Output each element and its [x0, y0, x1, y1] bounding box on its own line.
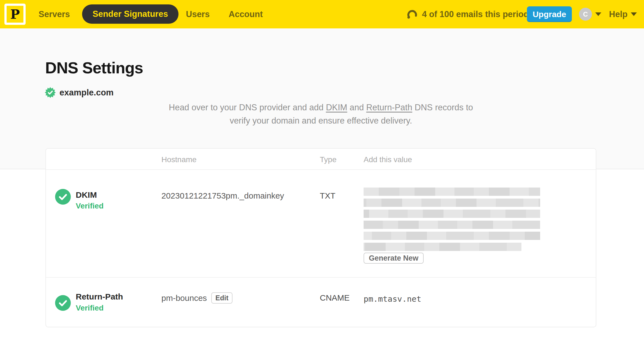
- redacted-value-line: [364, 232, 540, 240]
- redacted-value-line: [364, 188, 540, 196]
- redacted-value-line: [364, 210, 540, 218]
- record-name: Return-Path: [76, 292, 123, 301]
- nav-item-sender-signatures[interactable]: Sender Signatures: [82, 4, 178, 24]
- avatar: C: [579, 8, 592, 21]
- status-badge: Verified: [76, 202, 104, 210]
- redacted-dns-value: [364, 188, 540, 254]
- record-hostname: 20230121221753pm._domainkey: [161, 191, 284, 200]
- record-type: CNAME: [320, 293, 350, 303]
- page-title: DNS Settings: [45, 58, 143, 77]
- nav-item-users[interactable]: Users: [186, 0, 210, 28]
- top-navbar: P Servers Sender Signatures Users Accoun…: [0, 0, 644, 28]
- chevron-down-icon: [631, 12, 637, 16]
- redacted-value-line: [364, 199, 540, 207]
- edit-button[interactable]: Edit: [211, 292, 232, 304]
- redacted-value-line: [364, 243, 521, 251]
- account-menu[interactable]: C: [579, 8, 601, 21]
- verified-domain: example.com: [45, 87, 113, 98]
- record-hostname-group: pm-bounces Edit: [161, 292, 232, 304]
- table-row-return-path: Return-Path Verified pm-bounces Edit CNA…: [46, 277, 596, 327]
- verified-seal-icon: [45, 87, 56, 98]
- usage-text: 4 of 100 emails this period: [422, 9, 529, 19]
- table-row-dkim: DKIM Verified 20230121221753pm._domainke…: [46, 170, 596, 277]
- record-value: pm.mtasv.net: [364, 294, 421, 304]
- table-header: Hostname Type Add this value: [46, 149, 596, 170]
- domain-name: example.com: [59, 88, 113, 98]
- generate-new-button[interactable]: Generate New: [364, 253, 424, 264]
- return-path-link[interactable]: Return-Path: [366, 103, 412, 112]
- column-header-value: Add this value: [364, 155, 412, 164]
- dns-records-card: Hostname Type Add this value DKIM Verifi…: [45, 148, 596, 327]
- column-header-type: Type: [320, 155, 337, 164]
- gauge-icon: [407, 10, 418, 19]
- redacted-value-line: [364, 221, 540, 229]
- postmark-logo-stamp: P: [7, 6, 23, 23]
- column-header-hostname: Hostname: [161, 155, 197, 164]
- upgrade-button[interactable]: Upgrade: [527, 6, 572, 22]
- check-circle-icon: [55, 189, 71, 205]
- record-type: TXT: [320, 191, 335, 200]
- dkim-link[interactable]: DKIM: [326, 103, 347, 112]
- postmark-logo[interactable]: P: [4, 4, 26, 25]
- nav-item-account[interactable]: Account: [229, 0, 263, 28]
- help-menu[interactable]: Help: [609, 0, 637, 28]
- email-usage-indicator: 4 of 100 emails this period: [407, 0, 529, 28]
- check-circle-icon: [55, 295, 71, 311]
- dns-instructions: Head over to your DNS provider and add D…: [128, 101, 514, 127]
- record-hostname: pm-bounces: [161, 293, 207, 303]
- postmark-logo-letter: P: [10, 8, 20, 21]
- chevron-down-icon: [595, 12, 601, 16]
- status-badge: Verified: [76, 304, 104, 312]
- record-name: DKIM: [76, 190, 97, 200]
- nav-item-servers[interactable]: Servers: [39, 0, 70, 28]
